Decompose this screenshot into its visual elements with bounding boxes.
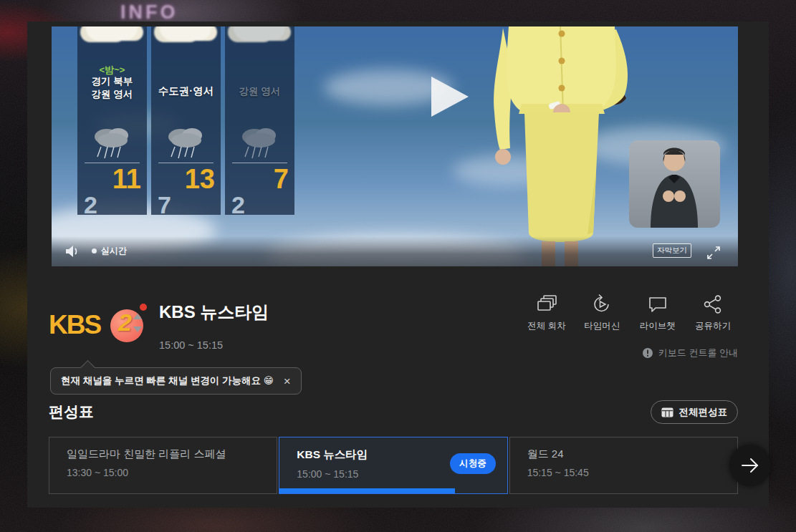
program-title: KBS 뉴스타임 [159, 301, 269, 324]
card-time: 15:15 ~ 15:45 [527, 467, 737, 478]
livechat-button[interactable]: 라이브챗 [633, 294, 683, 332]
weather-region-label: 강원 영서 [77, 88, 147, 100]
episodes-icon [535, 294, 558, 315]
program-time: 15:00 ~ 15:15 [159, 339, 223, 351]
channel-up-icon[interactable] [133, 314, 142, 319]
livechat-icon [646, 294, 669, 315]
weather-cloud-icon [160, 26, 211, 41]
card-title: 월드 24 [527, 448, 737, 461]
schedule-section-title: 편성표 [49, 402, 94, 422]
screen: INFO <밤~> 경기 북부 강원 영서 11 2 수도권·영서 [0, 0, 796, 532]
card-title: 일일드라마 친밀한 리플리 스페셜 [67, 448, 277, 461]
weather-panel-3: 강원 영서 7 2 [225, 26, 294, 215]
video-control-bar: 실시간 자막보기 [52, 236, 738, 266]
sign-language-person [629, 140, 720, 228]
timemachine-icon [590, 294, 613, 315]
full-schedule-button[interactable]: 전체편성표 [651, 400, 739, 424]
subtitle-toggle-button[interactable]: 자막보기 [653, 243, 691, 258]
weather-high-temp: 13 [185, 164, 215, 195]
schedule-next-button[interactable] [729, 445, 771, 486]
info-icon [642, 347, 653, 359]
rain-cloud-icon [90, 125, 135, 160]
timemachine-button[interactable]: 타임머신 [577, 294, 627, 332]
weather-region-label: 수도권·영서 [151, 85, 221, 97]
weather-divider [232, 163, 287, 163]
weather-divider [158, 163, 214, 163]
video-player[interactable]: <밤~> 경기 북부 강원 영서 11 2 수도권·영서 13 7 강원 영 [52, 26, 738, 266]
weather-panel-1: <밤~> 경기 북부 강원 영서 11 2 [77, 26, 147, 215]
live-dot-icon [92, 248, 97, 253]
tooltip-close-icon[interactable]: × [284, 375, 291, 387]
schedule-card-next[interactable]: 월드 24 15:15 ~ 15:45 [509, 437, 738, 494]
weather-high-temp: 7 [274, 164, 289, 195]
weather-cloud-icon [234, 26, 285, 41]
play-button[interactable] [431, 77, 469, 117]
channel-down-icon[interactable] [133, 327, 142, 332]
share-label: 공유하기 [695, 320, 731, 332]
weather-low-temp: 7 [158, 191, 171, 219]
live-indicator: 실시간 [92, 245, 127, 257]
schedule-card-current[interactable]: KBS 뉴스타임 15:00 ~ 15:15 시청중 [279, 437, 507, 494]
weather-region-label: 강원 영서 [225, 85, 294, 97]
share-icon [701, 294, 724, 315]
rain-cloud-icon [237, 125, 283, 160]
share-button[interactable]: 공유하기 [688, 294, 738, 332]
live-label: 실시간 [101, 245, 127, 257]
livechat-label: 라이브챗 [640, 320, 676, 332]
progress-bar [279, 488, 454, 493]
schedule-card-previous[interactable]: 일일드라마 친밀한 리플리 스페셜 13:30 ~ 15:00 [49, 437, 277, 494]
channel-logo[interactable]: KBS 2 [49, 304, 142, 347]
channel-logo-text: KBS [49, 310, 100, 340]
action-buttons: 전체 회차 타임머신 라이브챗 공유하기 [522, 294, 738, 332]
all-episodes-button[interactable]: 전체 회차 [522, 294, 572, 332]
weather-panel-2: 수도권·영서 13 7 [151, 26, 221, 215]
channel-logo-number: 2 [118, 309, 132, 337]
channel-logo-dot [140, 304, 147, 311]
keyboard-help[interactable]: 키보드 컨트롤 안내 [642, 347, 738, 359]
schedule-icon [661, 407, 673, 417]
channel-switcher[interactable] [133, 314, 142, 338]
sign-language-box [629, 140, 720, 228]
schedule-card-list: 일일드라마 친밀한 리플리 스페셜 13:30 ~ 15:00 KBS 뉴스타임… [49, 437, 738, 494]
weather-cloud-icon [86, 26, 138, 41]
watching-badge: 시청중 [450, 453, 496, 474]
weather-high-temp: 11 [112, 164, 141, 195]
right-arrow-icon [740, 457, 760, 474]
channel-change-tooltip: 현재 채널을 누르면 빠른 채널 변경이 가능해요 😁 × [50, 367, 302, 395]
weather-divider [85, 163, 140, 163]
rain-cloud-icon [163, 125, 209, 160]
full-schedule-label: 전체편성표 [679, 406, 728, 419]
volume-icon[interactable] [64, 244, 80, 258]
weather-low-temp: 2 [231, 191, 245, 219]
timemachine-label: 타임머신 [584, 320, 620, 332]
weather-low-temp: 2 [84, 191, 97, 219]
keyboard-help-label: 키보드 컨트롤 안내 [658, 347, 738, 359]
weather-region-label: 경기 북부 [77, 75, 147, 87]
fullscreen-icon[interactable] [706, 246, 721, 260]
card-time: 13:30 ~ 15:00 [67, 467, 277, 478]
all-episodes-label: 전체 회차 [527, 320, 565, 332]
tooltip-text: 현재 채널을 누르면 빠른 채널 변경이 가능해요 😁 [61, 374, 274, 387]
